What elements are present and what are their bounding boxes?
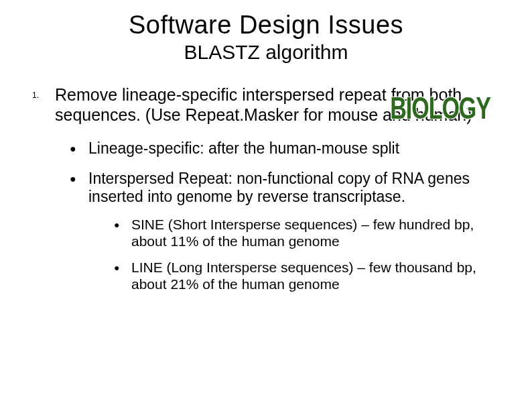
slide-title: Software Design Issues [13,11,519,40]
sub-sublist: ● SINE (Short Intersperse sequences) – f… [88,217,500,292]
biology-stamp: BIOLOGY [390,91,490,126]
list-text: Lineage-specific: after the human-mouse … [88,139,399,158]
list-text: SINE (Short Intersperse sequences) – few… [131,217,500,250]
list-number: 1. [32,85,40,100]
list-item-body: Interspersed Repeat: non-functional copy… [88,170,500,302]
list-item: ● LINE (Long Intersperse sequences) – fe… [114,260,500,293]
bullet-icon: ● [114,260,121,272]
list-item: ● Lineage-specific: after the human-mous… [70,139,500,158]
bullet-icon: ● [70,170,76,184]
slide-subtitle: BLASTZ algorithm [13,41,519,64]
bullet-icon: ● [114,217,121,229]
list-text: LINE (Long Intersperse sequences) – few … [131,260,500,293]
list-text: Interspersed Repeat: non-functional copy… [88,170,500,206]
list-item: ● Interspersed Repeat: non-functional co… [70,170,500,302]
slide: Software Design Issues BLASTZ algorithm … [0,0,532,399]
sublist: ● Lineage-specific: after the human-mous… [32,139,500,302]
list-item: ● SINE (Short Intersperse sequences) – f… [114,217,500,250]
bullet-icon: ● [70,139,76,154]
